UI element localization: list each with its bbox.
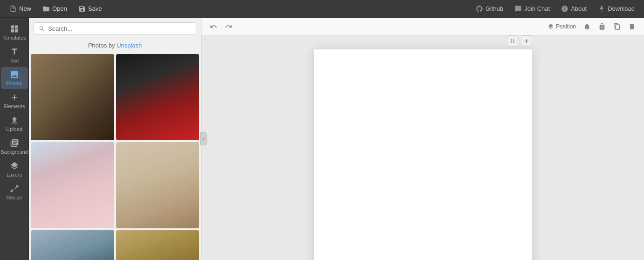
- new-icon: [9, 5, 17, 13]
- photo-item-city[interactable]: [31, 230, 114, 260]
- templates-label: Templates: [2, 35, 26, 41]
- chat-icon: [514, 5, 522, 13]
- redo-button[interactable]: [222, 21, 235, 32]
- sidebar-item-elements[interactable]: Elements: [1, 90, 28, 112]
- topbar-right: Github Join Chat About Download: [471, 3, 639, 14]
- sidebar-item-resize[interactable]: Resize: [1, 181, 28, 203]
- github-label: Github: [485, 5, 503, 12]
- photo-item-legs[interactable]: [116, 142, 200, 228]
- unsplash-link[interactable]: Unsplash: [117, 42, 142, 49]
- canvas-collapse-button[interactable]: [507, 35, 518, 47]
- search-input[interactable]: [48, 25, 191, 32]
- upload-icon: [10, 116, 19, 125]
- new-button[interactable]: New: [5, 3, 36, 14]
- sidebar-item-photos[interactable]: Photos: [1, 67, 28, 89]
- text-icon: [10, 47, 19, 56]
- trash-icon: [628, 23, 636, 30]
- chevron-left-icon: [201, 137, 206, 141]
- toolbar-right: Position: [545, 21, 638, 32]
- text-label: Text: [9, 58, 19, 63]
- search-icon: [39, 26, 45, 32]
- github-button[interactable]: Github: [471, 3, 508, 14]
- sidebar-item-background[interactable]: Background: [1, 136, 28, 157]
- left-sidebar: Templates Text Photos Elements Upload Ba…: [0, 18, 29, 260]
- undo-icon: [210, 23, 217, 30]
- plus-icon: [523, 38, 530, 44]
- save-label: Save: [88, 5, 102, 12]
- github-icon: [476, 5, 483, 13]
- photo-item-desk[interactable]: [31, 54, 114, 140]
- save-button[interactable]: Save: [74, 3, 107, 14]
- about-button[interactable]: About: [556, 3, 591, 14]
- search-container: [34, 22, 196, 35]
- canvas[interactable]: [314, 49, 532, 260]
- undo-button[interactable]: [207, 21, 220, 32]
- redo-icon: [225, 23, 232, 30]
- lock-icon: [598, 23, 606, 30]
- joinchat-button[interactable]: Join Chat: [510, 3, 554, 14]
- layers-icon: [10, 161, 19, 171]
- canvas-area: [201, 35, 644, 260]
- duplicate-icon: [613, 23, 621, 30]
- joinchat-label: Join Chat: [524, 5, 550, 12]
- layers-label: Layers: [7, 172, 22, 178]
- duplicate-button[interactable]: [610, 21, 623, 32]
- lock-button[interactable]: [596, 21, 609, 32]
- new-label: New: [19, 5, 31, 12]
- topbar-left: New Open Save: [5, 3, 106, 14]
- sidebar-item-templates[interactable]: Templates: [1, 21, 28, 43]
- elements-label: Elements: [4, 103, 25, 109]
- photos-icon: [10, 70, 19, 79]
- sidebar-item-text[interactable]: Text: [1, 44, 28, 66]
- sidebar-item-upload[interactable]: Upload: [1, 113, 28, 135]
- templates-icon: [10, 24, 19, 34]
- layers-stack-icon: [547, 23, 554, 30]
- info-icon: [561, 5, 568, 13]
- elements-icon: [10, 93, 19, 102]
- photos-panel: Photos by Unsplash: [29, 18, 201, 260]
- open-icon: [42, 5, 50, 13]
- panel-collapse-button[interactable]: [200, 132, 207, 145]
- editor-area: Position: [201, 18, 644, 260]
- photo-item-flowers[interactable]: [31, 142, 114, 228]
- photos-by-text: Photos by: [88, 42, 115, 49]
- resize-label: Resize: [7, 195, 22, 200]
- canvas-add-button[interactable]: [521, 35, 532, 47]
- panel-search-area: [29, 18, 201, 38]
- position-label: Position: [556, 23, 576, 30]
- photos-label: Photos: [6, 81, 22, 86]
- download-icon: [598, 5, 605, 13]
- open-label: Open: [52, 5, 67, 12]
- shrink-icon: [509, 38, 516, 44]
- position-control[interactable]: Position: [545, 22, 579, 31]
- main-layout: Templates Text Photos Elements Upload Ba…: [0, 18, 644, 260]
- save-icon: [78, 5, 86, 13]
- photo-item-basket[interactable]: [116, 230, 200, 260]
- photos-grid: [29, 52, 201, 260]
- editor-toolbar: Position: [201, 18, 644, 35]
- topbar: New Open Save Github Join Chat About Dow…: [0, 0, 644, 18]
- photo-item-red[interactable]: [116, 54, 200, 140]
- about-label: About: [571, 5, 587, 12]
- upload-label: Upload: [6, 126, 22, 132]
- bell-button[interactable]: [581, 21, 594, 32]
- toolbar-left: [207, 21, 235, 32]
- canvas-container: [314, 49, 532, 260]
- open-button[interactable]: Open: [38, 3, 72, 14]
- photos-by-label: Photos by Unsplash: [29, 38, 201, 52]
- canvas-toolbar: [507, 35, 532, 47]
- background-label: Background: [0, 149, 28, 155]
- resize-icon: [10, 184, 19, 193]
- download-label: Download: [608, 5, 635, 12]
- bell-icon: [583, 23, 591, 30]
- delete-button[interactable]: [625, 21, 638, 32]
- background-icon: [10, 138, 19, 148]
- sidebar-item-layers[interactable]: Layers: [1, 158, 28, 180]
- download-button[interactable]: Download: [593, 3, 639, 14]
